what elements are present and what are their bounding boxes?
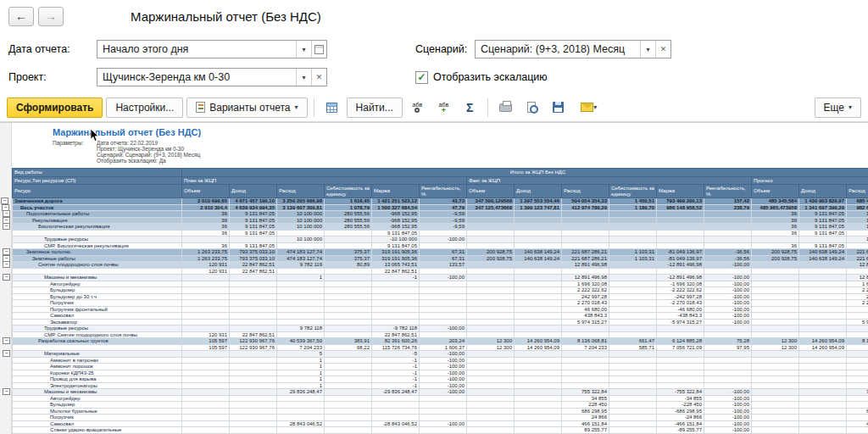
value-cell[interactable] bbox=[799, 427, 847, 434]
value-cell[interactable] bbox=[799, 331, 847, 338]
value-cell[interactable] bbox=[182, 293, 230, 300]
value-cell[interactable] bbox=[420, 395, 467, 402]
value-cell[interactable]: 228 450 bbox=[562, 402, 609, 409]
scenario-dropdown-button[interactable]: ▾ bbox=[640, 41, 655, 58]
value-cell[interactable] bbox=[277, 306, 325, 313]
resource-cell[interactable]: Станки ударно-вращательные bbox=[13, 427, 182, 434]
report-row[interactable]: Бульдозер до 30 т.ч242 997,28-242 997,28… bbox=[13, 293, 868, 300]
report-row[interactable]: Автогрейдер34 855-34 855-100,0034 855 bbox=[13, 395, 868, 402]
value-cell[interactable] bbox=[609, 376, 657, 383]
value-cell[interactable]: 1 bbox=[847, 376, 868, 383]
value-cell[interactable] bbox=[277, 313, 325, 320]
value-cell[interactable]: 280 555,56 bbox=[325, 217, 372, 224]
value-cell[interactable] bbox=[752, 382, 799, 389]
report-row[interactable]: Закаченная дорога2 010 699,654 671 457 1… bbox=[13, 198, 868, 205]
value-cell[interactable] bbox=[609, 351, 657, 358]
value-cell[interactable] bbox=[467, 427, 515, 434]
value-cell[interactable] bbox=[420, 268, 467, 275]
value-cell[interactable]: 9 782 119 bbox=[277, 262, 325, 269]
value-cell[interactable]: 755 322,84 bbox=[562, 389, 609, 396]
resource-cell[interactable]: Автогрейдер bbox=[13, 281, 182, 287]
value-cell[interactable]: 12 300 bbox=[752, 344, 799, 351]
report-row[interactable]: Погрузчик24 866-24 866-100,0024 866 bbox=[13, 415, 868, 421]
value-cell[interactable]: -100,00 bbox=[704, 395, 752, 402]
value-cell[interactable] bbox=[230, 370, 277, 376]
value-cell[interactable]: 10 100 000 bbox=[847, 217, 868, 224]
value-cell[interactable] bbox=[799, 376, 847, 383]
value-cell[interactable]: 474 183 127,74 bbox=[277, 249, 325, 256]
value-cell[interactable]: 12 891 496,98 bbox=[847, 262, 868, 269]
value-cell[interactable] bbox=[609, 275, 657, 281]
report-row[interactable]: Самосвал438 843,3-438 843,3-100,00438 84… bbox=[13, 313, 868, 320]
value-cell[interactable] bbox=[467, 230, 515, 236]
value-cell[interactable] bbox=[657, 376, 704, 383]
value-cell[interactable] bbox=[799, 382, 847, 389]
value-cell[interactable] bbox=[420, 230, 467, 236]
report-row[interactable]: Трудовые ресурсы10 100 000-10 100 000-10… bbox=[13, 236, 868, 243]
report-row[interactable]: Самосвал28 843 046,52-28 843 046,52-100,… bbox=[13, 420, 868, 427]
value-cell[interactable]: -12 891 496,98 bbox=[657, 275, 704, 281]
value-cell[interactable]: 46 680,00 bbox=[847, 306, 868, 313]
value-cell[interactable]: 2 910 304,4 bbox=[182, 204, 230, 211]
value-cell[interactable] bbox=[372, 313, 420, 320]
value-cell[interactable] bbox=[515, 395, 562, 402]
value-cell[interactable] bbox=[515, 326, 562, 332]
value-cell[interactable] bbox=[420, 281, 467, 287]
value-cell[interactable] bbox=[515, 420, 562, 427]
value-cell[interactable] bbox=[752, 427, 799, 434]
value-cell[interactable] bbox=[609, 300, 657, 307]
value-cell[interactable]: -100,00 bbox=[704, 262, 752, 269]
value-cell[interactable]: -24 866 bbox=[657, 415, 704, 421]
resource-cell[interactable]: Коронки КДП43-25 bbox=[13, 370, 182, 376]
value-cell[interactable]: -100,00 bbox=[420, 364, 467, 370]
value-cell[interactable] bbox=[277, 395, 325, 402]
value-cell[interactable]: 438 843,3 bbox=[847, 313, 868, 320]
value-cell[interactable]: 9 131 847,05 bbox=[230, 242, 277, 249]
value-cell[interactable] bbox=[704, 376, 752, 383]
value-cell[interactable] bbox=[562, 242, 609, 249]
report-variants-button[interactable]: Варианты отчета ▾ bbox=[186, 97, 307, 118]
report-row[interactable]: Автогрейдер1 696 320,08-1 696 320,08-100… bbox=[13, 281, 868, 287]
value-cell[interactable]: 24 866 bbox=[562, 415, 609, 421]
value-cell[interactable]: 122 930 967,76 bbox=[230, 338, 277, 345]
value-cell[interactable]: -9,59 bbox=[420, 211, 467, 218]
value-cell[interactable]: 29 836 248,47 bbox=[277, 389, 325, 396]
value-cell[interactable] bbox=[230, 420, 277, 427]
value-cell[interactable] bbox=[704, 268, 752, 275]
value-cell[interactable]: 22 847 862,51 bbox=[230, 268, 277, 275]
value-cell[interactable] bbox=[799, 326, 847, 332]
value-cell[interactable] bbox=[609, 268, 657, 275]
value-cell[interactable]: 22 847 862,51 bbox=[372, 268, 420, 275]
value-cell[interactable] bbox=[799, 319, 847, 326]
value-cell[interactable] bbox=[704, 224, 752, 231]
find-text-button[interactable]: абв bbox=[406, 97, 429, 118]
value-cell[interactable]: -100,00 bbox=[420, 236, 467, 243]
value-cell[interactable] bbox=[182, 389, 230, 396]
value-cell[interactable] bbox=[799, 395, 847, 402]
resource-cell[interactable]: Молотки бурильные bbox=[13, 408, 182, 415]
value-cell[interactable]: 14 260 954,09 bbox=[799, 344, 847, 351]
resource-cell[interactable] bbox=[13, 268, 182, 275]
value-cell[interactable] bbox=[515, 306, 562, 313]
value-cell[interactable]: 8 136 068,81 bbox=[562, 338, 609, 345]
resource-cell[interactable]: Самосвал bbox=[13, 313, 182, 320]
value-cell[interactable]: 36 bbox=[752, 242, 799, 249]
value-cell[interactable] bbox=[277, 415, 325, 421]
value-cell[interactable] bbox=[230, 364, 277, 370]
value-cell[interactable]: 36 bbox=[752, 217, 799, 224]
value-cell[interactable] bbox=[182, 364, 230, 370]
value-cell[interactable] bbox=[752, 420, 799, 427]
value-cell[interactable] bbox=[657, 331, 704, 338]
value-cell[interactable] bbox=[182, 357, 230, 364]
value-cell[interactable]: -100,00 bbox=[420, 382, 467, 389]
value-cell[interactable] bbox=[467, 224, 515, 231]
value-cell[interactable]: 986 148 958,52 bbox=[657, 204, 704, 211]
value-cell[interactable] bbox=[657, 224, 704, 231]
value-cell[interactable] bbox=[467, 236, 515, 243]
value-cell[interactable]: 200 928,75 bbox=[467, 249, 515, 256]
value-cell[interactable] bbox=[609, 402, 657, 409]
value-cell[interactable] bbox=[325, 408, 372, 415]
value-cell[interactable] bbox=[230, 382, 277, 389]
value-cell[interactable] bbox=[325, 389, 372, 396]
value-cell[interactable]: 685 457 301,12 bbox=[847, 198, 868, 205]
